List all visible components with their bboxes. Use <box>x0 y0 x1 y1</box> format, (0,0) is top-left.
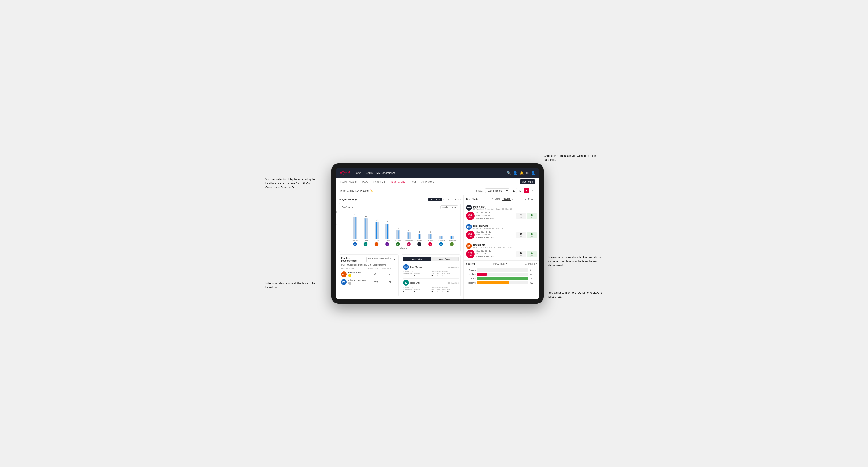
chevron-right-icon[interactable]: › <box>536 225 536 228</box>
sub-nav-tour[interactable]: Tour <box>410 178 416 186</box>
player-avatar-item: F <box>371 242 382 246</box>
nav-my-performance[interactable]: My Performance <box>376 170 396 175</box>
scoring-category-label: Bogeys <box>466 282 475 284</box>
avatar: C <box>385 242 390 246</box>
practice-drills-toggle[interactable]: Practice Drills <box>443 198 461 201</box>
least-active-btn[interactable]: Least Active <box>431 257 459 261</box>
rank-badge-silver: 2 <box>348 282 351 285</box>
bar[interactable]: 4 <box>407 232 411 239</box>
view-icons: ⊞ ⊟ ♥ ≡ <box>512 188 535 193</box>
bar-group: 10 <box>371 222 382 239</box>
avatar: B <box>417 242 422 246</box>
bottom-grid: Practice Leaderboards PUTT Must Make Put… <box>339 254 461 297</box>
avatar-icon[interactable]: 👤 <box>531 171 535 175</box>
bar-group: 2 <box>446 236 457 239</box>
stat-practice: Practice 4 <box>414 289 420 293</box>
time-filter-select[interactable]: Last 3 months Last 6 months Last 12 mont… <box>485 188 509 193</box>
team-name: Team Clippd | 14 Players ✏️ <box>340 189 373 192</box>
view-grid4-icon[interactable]: ⊞ <box>512 188 517 193</box>
people-icon[interactable]: 👤 <box>513 171 517 175</box>
edit-icon[interactable]: ✏️ <box>370 189 373 192</box>
player-avatar-item: B <box>361 242 371 246</box>
sub-nav-pga[interactable]: PGA <box>362 178 368 186</box>
player-details: Edward Crossman 2 <box>348 279 366 285</box>
bar-group: 2 <box>436 236 446 239</box>
search-icon[interactable]: 🔍 <box>507 171 511 175</box>
practice-panel-header: Practice Leaderboards PUTT Must Make Put… <box>341 257 397 262</box>
chart-footer-label: Players <box>349 247 458 250</box>
bar[interactable]: 2 <box>439 236 443 239</box>
bar[interactable]: 5 <box>396 230 400 239</box>
stat-practice: Practice 6 <box>414 273 420 277</box>
practice-subtitle: PUTT Must Make Putting (3-6 ft), Last 3 … <box>341 264 397 266</box>
chevron-down-icon[interactable]: ▾ <box>512 198 513 200</box>
view-heart-icon[interactable]: ♥ <box>524 188 529 193</box>
players-filter[interactable]: All Players ▾ <box>525 198 536 200</box>
bar-group: 3 <box>414 234 425 239</box>
bar-value-label: 3 <box>430 231 431 233</box>
shot-player-detail: 23 Jul 2023 · Ashridge GC, Hole 15 <box>473 227 503 229</box>
shots-tab-all[interactable]: All Shots <box>491 197 501 201</box>
add-icon[interactable]: ⊕ <box>526 171 529 175</box>
app-logo: clippd <box>340 171 349 175</box>
practice-filter[interactable]: PUTT Must Make Putting ... ▾ <box>366 257 397 262</box>
view-settings-icon[interactable]: ≡ <box>530 188 535 193</box>
bar[interactable]: 3 <box>418 234 422 239</box>
leaderboard-row: EC Edward Crossman 2 18/20 107 <box>341 278 397 286</box>
bell-icon[interactable]: 🔔 <box>520 171 524 175</box>
bar-highlight <box>355 217 355 239</box>
view-grid3-icon[interactable]: ⊟ <box>518 188 523 193</box>
sub-nav-all-players[interactable]: All Players <box>421 178 434 186</box>
practice-leaderboards-panel: Practice Leaderboards PUTT Must Make Put… <box>339 254 399 297</box>
shot-cards: MM Matt Miller 09 Jun 2023 · Royal North… <box>464 203 539 260</box>
scoring-filter2[interactable]: All Players ▾ <box>525 263 536 265</box>
shot-score-badge: 200 SG <box>466 212 474 220</box>
bar-value-label: 5 <box>398 228 399 229</box>
player-details: Richard Butler 1 <box>348 272 362 277</box>
bar-group: 12 <box>361 218 371 239</box>
shot-player-info: BM Blair McHarg 23 Jul 2023 · Ashridge G… <box>466 224 536 230</box>
annotation-mid-right: Here you can see who's hit the best shot… <box>549 255 602 267</box>
bar-value-label: 12 <box>365 216 367 217</box>
scoring-filter1[interactable]: Par 3, 4 & 5s ▾ <box>493 263 507 265</box>
shots-tab-players[interactable]: Players <box>502 197 511 201</box>
chart-filter[interactable]: Total Rounds ▾ <box>440 206 458 209</box>
bar-chart: 1312109543322 <box>349 211 458 239</box>
bar[interactable]: 12 <box>364 218 368 239</box>
scoring-title: Scoring <box>466 262 475 265</box>
bar[interactable]: 3 <box>428 234 432 239</box>
bar[interactable]: 2 <box>450 236 454 239</box>
on-course-toggle[interactable]: On Course <box>428 198 442 201</box>
page-wrapper: Choose the timescale you wish to see the… <box>266 149 602 318</box>
activity-player-header: RB Rees Britt 02 Sep 2023 <box>403 280 459 286</box>
chevron-right-icon[interactable]: › <box>536 244 536 248</box>
player-avatar-item: M <box>349 242 361 246</box>
sub-nav-pgat[interactable]: PGAT Players <box>340 178 357 186</box>
bar[interactable]: 13 <box>353 217 357 239</box>
most-active-btn[interactable]: Most Active <box>403 257 431 261</box>
nav-icons: 🔍 👤 🔔 ⊕ 👤 <box>507 171 535 175</box>
player-avatar-item: C <box>436 242 446 246</box>
activity-stats: Total Rounds Tournament 8 Practice <box>403 286 459 293</box>
avatar: R <box>450 242 454 246</box>
scoring-bar-container <box>477 277 528 280</box>
stat-values: Tournament 7 Practice 6 <box>403 273 430 277</box>
best-shots-title: Best Shots <box>466 198 478 200</box>
metric-distance: 16 yds <box>516 251 526 257</box>
avatar: B <box>364 242 368 246</box>
player-avatar-item: M <box>425 242 436 246</box>
shot-card: BM Blair McHarg 23 Jul 2023 · Ashridge G… <box>464 222 539 241</box>
bar[interactable]: 9 <box>385 224 389 239</box>
shot-card: DF David Ford 24 Aug 2023 · Royal North … <box>464 241 539 260</box>
activity-player-header: BM Blair McHarg 26 Aug 2023 <box>403 264 459 270</box>
shot-player-info: DF David Ford 24 Aug 2023 · Royal North … <box>466 243 536 249</box>
add-team-button[interactable]: Add Team <box>520 180 535 184</box>
chevron-right-icon[interactable]: › <box>536 206 536 210</box>
nav-teams[interactable]: Teams <box>365 170 373 175</box>
bar[interactable]: 10 <box>375 222 379 239</box>
sub-nav-team-clippd[interactable]: Team Clippd <box>390 178 406 186</box>
sub-nav-hcaps[interactable]: Hcaps 1-5 <box>373 178 385 186</box>
player-avatar: BM <box>403 264 409 270</box>
stat-group-rounds: Total Rounds Tournament 7 Practice <box>403 271 430 277</box>
nav-home[interactable]: Home <box>354 170 361 175</box>
